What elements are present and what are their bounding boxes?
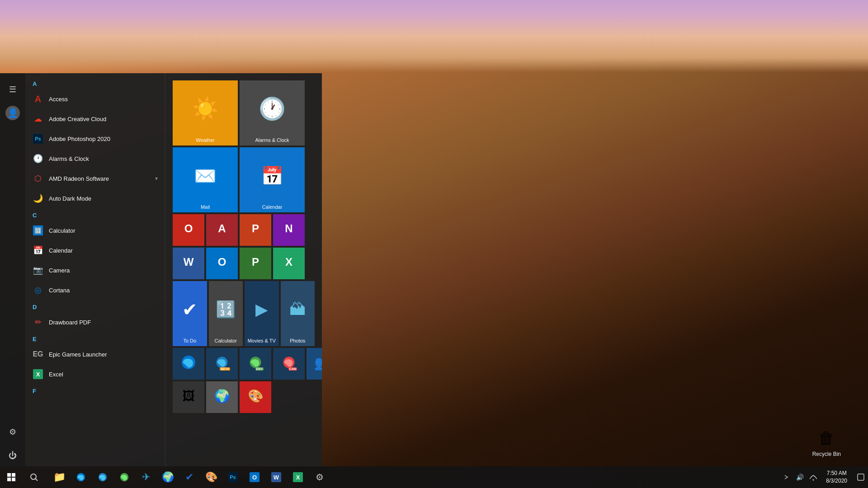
tile-calendar[interactable]: 📅 Calendar	[240, 147, 305, 212]
app-auto-dark[interactable]: 🌙 Auto Dark Mode	[25, 188, 165, 208]
tile-office-hub[interactable]: O	[173, 214, 204, 246]
app-calculator[interactable]: 🔢 Calculator	[25, 221, 165, 240]
tile-weather[interactable]: ☀️ Weather	[173, 80, 238, 145]
taskbar-painttool[interactable]: 🎨	[201, 466, 222, 488]
tile-office-excel[interactable]: X	[273, 248, 305, 279]
tile-quicklook[interactable]: 🖼	[173, 381, 204, 413]
auto-dark-label: Auto Dark Mode	[49, 195, 158, 202]
app-calendar[interactable]: 📅 Calendar	[25, 240, 165, 260]
tile-office-ppt[interactable]: P	[240, 214, 271, 246]
calc-tile-label: Calculator	[214, 338, 237, 343]
alarms-clock-label: Alarms & Clock	[49, 155, 158, 162]
calendar-icon: 📅	[33, 245, 43, 256]
app-alarms-clock[interactable]: 🕐 Alarms & Clock	[25, 149, 165, 169]
tile-edge-stable[interactable]	[173, 348, 204, 380]
tile-edge-can[interactable]: CAN	[273, 348, 305, 380]
recycle-bin[interactable]: 🗑 Recycle Bin	[812, 427, 841, 457]
recycle-bin-label: Recycle Bin	[812, 451, 841, 457]
camera-label: Camera	[49, 267, 158, 274]
clock-date: 8/3/2020	[826, 477, 847, 485]
movies-tile-icon: ▶	[245, 281, 279, 338]
tile-people[interactable]: 👥	[307, 348, 322, 380]
app-drawboard[interactable]: ✏ Drawboard PDF	[25, 312, 165, 332]
app-adobe-cc[interactable]: ☁ Adobe Creative Cloud	[25, 109, 165, 129]
mail-tile-icon: ✉️	[173, 147, 238, 204]
tile-edge-beta[interactable]: BETA	[206, 348, 238, 380]
start-menu-toggle[interactable]: ☰	[2, 79, 24, 100]
tile-calculator2[interactable]: 🔢 Calculator	[209, 281, 243, 346]
calc-tile-icon: 🔢	[209, 281, 243, 338]
notification-center-button[interactable]	[854, 466, 868, 488]
photos-tile-icon: 🏔	[281, 281, 315, 338]
todo-tile-label: To Do	[183, 338, 196, 343]
tray-chevron[interactable]	[780, 466, 793, 488]
epic-icon: EG	[33, 349, 43, 360]
app-photoshop[interactable]: Ps Adobe Photoshop 2020	[25, 129, 165, 149]
taskbar-photoshop[interactable]: Ps	[222, 466, 243, 488]
expand-icon: ▾	[155, 175, 158, 182]
tile-todo[interactable]: ✔ To Do	[173, 281, 207, 346]
auto-dark-icon: 🌙	[33, 193, 43, 204]
tile-mail[interactable]: ✉️ Mail	[173, 147, 238, 212]
section-f: F	[25, 384, 165, 396]
taskbar-file-explorer[interactable]: 📁	[49, 466, 70, 488]
painttool-icon: 🎨	[240, 381, 271, 410]
taskbar-pinned-apps: 📁	[45, 466, 780, 488]
taskbar-edge-stable[interactable]	[71, 466, 91, 488]
cortana-label: Cortana	[49, 287, 158, 294]
epic-label: Epic Games Launcher	[49, 351, 158, 358]
start-sidebar: ☰ 👤 ⚙ ⏻	[0, 73, 25, 466]
taskbar-edge-dev[interactable]	[114, 466, 135, 488]
taskbar-word[interactable]: W	[266, 466, 287, 488]
settings-sidebar-button[interactable]: ⚙	[2, 421, 24, 443]
system-clock[interactable]: 7:50 AM 8/3/2020	[821, 469, 853, 485]
taskbar-excel[interactable]: X	[288, 466, 308, 488]
tile-office-word[interactable]: W	[173, 248, 204, 279]
app-amd-radeon[interactable]: ⬡ AMD Radeon Software ▾	[25, 169, 165, 188]
taskbar-globe[interactable]: 🌍	[157, 466, 178, 488]
user-avatar-button[interactable]: 👤	[2, 102, 24, 124]
taskbar-search-button[interactable]	[23, 466, 45, 488]
app-list-panel: A A Access ☁ Adobe Creative Cloud Ps	[25, 73, 165, 466]
quicklook-icon: 🖼	[173, 381, 204, 410]
section-d: D	[25, 300, 165, 312]
todo-tile-icon: ✔	[173, 281, 207, 338]
tile-movies[interactable]: ▶ Movies & TV	[245, 281, 279, 346]
svg-rect-5	[12, 473, 15, 477]
drawboard-label: Drawboard PDF	[49, 319, 158, 326]
taskbar-telegram[interactable]: ✈	[136, 466, 156, 488]
access-icon: A	[33, 94, 43, 104]
power-button[interactable]: ⏻	[2, 445, 24, 466]
tiles-row-2: ✉️ Mail 📅 Calendar	[173, 147, 315, 212]
tiles-row-4: ✔ To Do 🔢 Calculator ▶ Movies & TV	[173, 281, 315, 346]
app-access[interactable]: A Access	[25, 89, 165, 109]
app-camera[interactable]: 📷 Camera	[25, 260, 165, 280]
tray-network[interactable]	[807, 466, 820, 488]
app-epic[interactable]: EG Epic Games Launcher	[25, 344, 165, 364]
taskbar-outlook[interactable]: O	[244, 466, 265, 488]
tile-office-outlook[interactable]: O	[206, 248, 238, 279]
tile-photos[interactable]: 🏔 Photos	[281, 281, 315, 346]
tile-edge-dev[interactable]: DEV	[240, 348, 271, 380]
app-cortana[interactable]: ◎ Cortana	[25, 280, 165, 300]
tile-office-access[interactable]: A	[206, 214, 238, 246]
taskbar-todo[interactable]: ✔	[179, 466, 200, 488]
tile-alarms-clock[interactable]: 🕐 Alarms & Clock	[240, 80, 305, 145]
office-project-icon: P	[240, 248, 271, 277]
tiles-row-1: ☀️ Weather 🕐 Alarms & Clock	[173, 80, 315, 145]
tile-claquette[interactable]: 🌍	[206, 381, 238, 413]
svg-rect-14	[858, 474, 864, 480]
tile-office-onenote[interactable]: N	[273, 214, 305, 246]
taskbar-edge-beta[interactable]	[92, 466, 113, 488]
sky-gradient	[0, 0, 868, 72]
svg-point-13	[813, 479, 814, 481]
tile-office-project[interactable]: P	[240, 248, 271, 279]
tile-painttool[interactable]: 🎨	[240, 381, 271, 413]
app-excel[interactable]: X Excel	[25, 364, 165, 384]
camera-icon: 📷	[33, 265, 43, 276]
claquette-icon: 🌍	[206, 381, 238, 410]
taskbar-settings[interactable]: ⚙	[309, 466, 330, 488]
tray-volume[interactable]: 🔊	[793, 466, 806, 488]
start-button[interactable]	[0, 466, 23, 488]
office-onenote-icon: N	[273, 214, 305, 243]
